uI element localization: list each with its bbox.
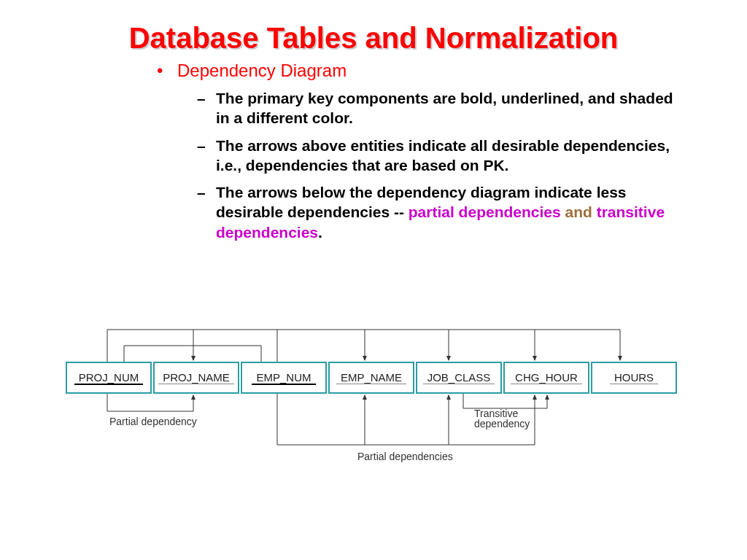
field-proj-num: PROJ_NUM <box>66 362 152 394</box>
field-chg-hour: CHG_HOUR <box>503 362 589 394</box>
label-partial-dependencies: Partial dependencies <box>357 451 453 462</box>
sub3-and: and <box>561 203 597 220</box>
sub3-partial-dep: partial dependencies <box>409 203 561 220</box>
label-partial-dependency: Partial dependency <box>109 416 197 427</box>
subbullet-3: The arrows below the dependency diagram … <box>197 182 674 242</box>
field-emp-num: EMP_NUM <box>241 362 327 394</box>
label-transitive-dependency: Transitivedependency <box>474 408 530 429</box>
dependency-diagram: PROJ_NUM PROJ_NAME EMP_NUM EMP_NAME JOB_… <box>66 321 686 489</box>
sub3-period: . <box>318 224 322 241</box>
field-proj-name: PROJ_NAME <box>153 362 239 394</box>
field-hours: HOURS <box>591 362 677 394</box>
field-job-class: JOB_CLASS <box>416 362 502 394</box>
subbullet-2: The arrows above entities indicate all d… <box>197 136 674 176</box>
field-emp-name: EMP_NAME <box>328 362 414 394</box>
slide-title: Database Tables and Normalization <box>29 22 718 55</box>
arrow-overlay <box>66 321 686 489</box>
field-row: PROJ_NUM PROJ_NAME EMP_NUM EMP_NAME JOB_… <box>66 362 678 394</box>
subbullet-1: The primary key components are bold, und… <box>197 88 674 128</box>
slide-content: Database Tables and Normalization Depend… <box>0 0 747 242</box>
bullet-dependency-diagram: Dependency Diagram <box>157 61 718 81</box>
